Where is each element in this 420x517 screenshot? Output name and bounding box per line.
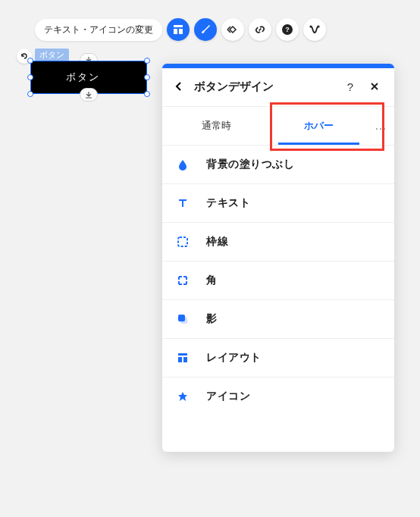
- svg-rect-9: [178, 315, 185, 321]
- chevron-left-icon: [174, 81, 184, 92]
- resize-handle-ml[interactable]: [27, 74, 33, 80]
- resize-handle-br[interactable]: [144, 91, 150, 97]
- element-type-tag: ボタン: [35, 49, 69, 61]
- section-label: 枠線: [206, 235, 228, 249]
- button-element-label: ボタン: [66, 70, 100, 84]
- border-icon: [176, 235, 190, 249]
- section-fill[interactable]: 背景の塗りつぶし: [162, 145, 394, 183]
- state-tabs: 通常時 ホバー …: [162, 107, 394, 145]
- canvas-selection[interactable]: ボタン: [30, 61, 147, 94]
- section-label: アイコン: [206, 390, 250, 403]
- section-border[interactable]: 枠線: [162, 222, 394, 261]
- help-tool-button[interactable]: ?: [276, 18, 299, 41]
- tabs-more-button[interactable]: …: [370, 107, 391, 145]
- layout-tool-button[interactable]: [167, 18, 190, 41]
- tab-normal[interactable]: 通常時: [165, 107, 268, 145]
- section-label: 背景の塗りつぶし: [206, 158, 294, 171]
- svg-text:?: ?: [285, 26, 290, 33]
- shadow-icon: [176, 312, 190, 326]
- corner-icon: [176, 274, 190, 287]
- panel-close-button[interactable]: [365, 77, 384, 96]
- animation-tool-button[interactable]: [221, 18, 244, 41]
- close-icon: [369, 81, 380, 92]
- panel-header: ボタンデザイン ?: [162, 68, 394, 107]
- panel-back-button[interactable]: [170, 77, 188, 96]
- button-design-panel: ボタンデザイン ? 通常時 ホバー … 背景の塗りつぶし テキスト 枠線 角: [162, 64, 394, 452]
- text-icon: [176, 196, 190, 210]
- layout-icon: [172, 24, 184, 36]
- resize-handle-bl[interactable]: [27, 91, 33, 97]
- panel-help-button[interactable]: ?: [341, 77, 359, 96]
- section-label: 影: [206, 312, 218, 326]
- panel-title: ボタンデザイン: [194, 80, 335, 94]
- section-text[interactable]: テキスト: [162, 183, 394, 222]
- panel-footer: [162, 415, 394, 452]
- svg-point-5: [309, 25, 312, 27]
- section-layout[interactable]: レイアウト: [162, 338, 394, 377]
- svg-rect-1: [174, 29, 177, 34]
- section-label: レイアウト: [206, 351, 262, 365]
- svg-rect-0: [174, 25, 183, 27]
- section-shadow[interactable]: 影: [162, 299, 394, 338]
- path-icon: [309, 24, 321, 36]
- download-icon: [85, 91, 92, 99]
- more-tool-button[interactable]: [303, 18, 326, 41]
- svg-point-6: [317, 25, 319, 27]
- resize-handle-tl[interactable]: [27, 58, 33, 64]
- svg-rect-2: [179, 29, 183, 34]
- svg-rect-10: [178, 353, 187, 356]
- svg-rect-12: [183, 357, 187, 362]
- link-tool-button[interactable]: [249, 18, 271, 41]
- brush-icon: [199, 24, 212, 36]
- section-corner[interactable]: 角: [162, 261, 394, 299]
- section-label: 角: [206, 274, 218, 287]
- section-label: テキスト: [206, 196, 250, 210]
- svg-rect-11: [178, 357, 182, 362]
- resize-handle-tr[interactable]: [144, 58, 150, 64]
- chevron-right-icon: [105, 74, 112, 81]
- section-icon[interactable]: アイコン: [162, 377, 394, 415]
- selection-handle-bottom[interactable]: [80, 88, 98, 102]
- design-tool-button[interactable]: [194, 18, 217, 41]
- link-icon: [254, 24, 266, 36]
- resize-handle-mr[interactable]: [144, 74, 150, 80]
- animation-icon: [227, 24, 239, 36]
- change-text-icon-button[interactable]: テキスト・アイコンの変更: [35, 19, 162, 41]
- icon-section-icon: [176, 390, 190, 403]
- help-circle-icon: ?: [281, 24, 293, 36]
- tab-hover[interactable]: ホバー: [268, 107, 370, 145]
- svg-rect-7: [178, 237, 187, 246]
- fill-icon: [176, 158, 190, 171]
- context-toolbar: テキスト・アイコンの変更 ?: [35, 18, 326, 41]
- layout-section-icon: [176, 351, 190, 365]
